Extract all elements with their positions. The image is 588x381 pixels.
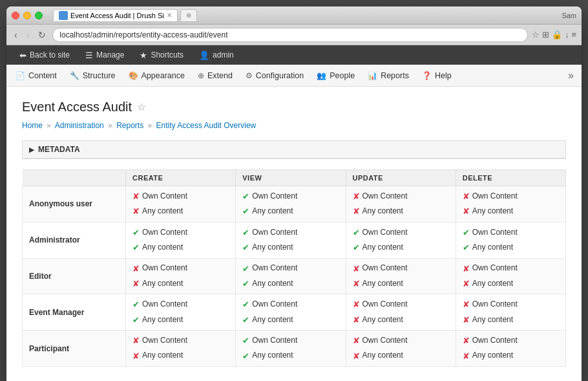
main-content: Event Access Audit ☆ Home » Administrati… [6, 87, 582, 381]
perm-line-any: ✔Any content [463, 240, 559, 255]
check-yes-icon: ✔ [463, 240, 470, 255]
perm-line-any: ✘Any content [463, 312, 559, 327]
any-label: Any content [362, 313, 403, 327]
breadcrumb-reports[interactable]: Reports [116, 121, 143, 130]
check-no-icon: ✘ [132, 204, 140, 219]
reports-icon: 📊 [368, 71, 377, 80]
nav-people[interactable]: 👥 People [310, 65, 361, 87]
admin-shortcuts-label: Shortcuts [151, 50, 184, 60]
any-label: Any content [142, 277, 183, 291]
check-yes-icon: ✔ [242, 333, 249, 348]
audit-table: CREATE VIEW UPDATE DELETE Anonymous user… [22, 169, 566, 367]
admin-manage[interactable]: ☰ Manage [78, 45, 132, 65]
perm-line-any: ✔Any content [242, 240, 339, 255]
nav-expand-btn[interactable]: » [563, 70, 579, 82]
perm-line-own: ✔Own Content [242, 297, 339, 312]
role-cell: Participant [23, 331, 126, 367]
inactive-tab[interactable]: ⊕ [180, 9, 197, 22]
url-icons: ☆ ⊞ 🔒 ↓ ≡ [532, 30, 576, 39]
admin-shortcuts[interactable]: ★ Shortcuts [132, 45, 191, 65]
tab-close-icon[interactable]: ✕ [167, 12, 172, 19]
back-button[interactable]: ‹ [12, 28, 20, 41]
refresh-button[interactable]: ↻ [36, 28, 48, 41]
any-label: Any content [472, 313, 513, 327]
any-label: Any content [252, 349, 293, 363]
check-no-icon: ✘ [132, 333, 140, 348]
perm-line-any: ✘Any content [132, 204, 229, 219]
nav-configuration[interactable]: ⚙ Configuration [239, 65, 310, 87]
admin-back-to-site[interactable]: ⬅ Back to site [12, 45, 78, 65]
check-yes-icon: ✔ [132, 312, 140, 327]
metadata-header[interactable]: ▶ METADATA [23, 141, 565, 158]
page-title-text: Event Access Audit [22, 100, 132, 114]
minimize-button[interactable] [23, 12, 31, 19]
perm-cell: ✔Own Content ✔Any content [236, 186, 346, 223]
maximize-button[interactable] [35, 12, 43, 19]
perm-line-own: ✔Own Content [242, 225, 339, 240]
download-icon[interactable]: ↓ [565, 30, 569, 39]
menu-icon[interactable]: ≡ [571, 30, 576, 39]
perm-cell: ✘Own Content ✘Any content [346, 186, 456, 223]
tab-favicon [59, 11, 68, 20]
perm-line-own: ✘Own Content [132, 333, 229, 348]
perm-cell: ✘Own Content ✘Any content [456, 294, 565, 331]
favorite-icon[interactable]: ☆ [137, 101, 146, 113]
check-no-icon: ✘ [463, 204, 470, 219]
bookmark-icon[interactable]: ☆ [532, 30, 540, 39]
nav-extend[interactable]: ⊕ Extend [191, 65, 239, 87]
nav-help[interactable]: ❓ Help [415, 65, 458, 87]
perm-line-any: ✔Any content [242, 349, 339, 364]
own-label: Own Content [472, 261, 518, 276]
page-title: Event Access Audit ☆ [22, 100, 566, 114]
perm-line-any: ✘Any content [353, 349, 449, 364]
nav-reports-label: Reports [381, 71, 409, 80]
window-user: Sam [562, 12, 576, 19]
own-label: Own Content [142, 226, 187, 240]
role-cell: Event Manager [23, 294, 126, 331]
role-cell: Anonymous user [23, 186, 126, 223]
check-no-icon: ✘ [463, 349, 470, 364]
star-icon: ★ [140, 50, 147, 60]
breadcrumb-entity[interactable]: Entity Access Audit Overview [156, 121, 257, 130]
check-no-icon: ✘ [463, 333, 470, 348]
own-label: Own Content [362, 190, 408, 204]
nav-appearance[interactable]: 🎨 Appearance [122, 65, 191, 87]
own-label: Own Content [362, 226, 408, 240]
any-label: Any content [142, 241, 183, 255]
perm-cell: ✔Own Content ✔Any content [236, 258, 346, 294]
reader-icon[interactable]: ⊞ [542, 30, 549, 39]
active-tab[interactable]: Event Access Audit | Drush Si ✕ [53, 9, 178, 22]
col-header-create: CREATE [126, 170, 236, 186]
perm-line-own: ✘Own Content [463, 189, 559, 204]
nav-content[interactable]: 📄 Content [9, 65, 63, 87]
perm-cell: ✘Own Content ✘Any content [126, 186, 236, 223]
breadcrumb-sep-2: » [108, 121, 112, 130]
own-label: Own Content [142, 261, 187, 276]
admin-user[interactable]: 👤 admin [191, 45, 242, 65]
breadcrumb-home[interactable]: Home [22, 121, 43, 130]
forward-button[interactable]: › [24, 28, 32, 41]
check-yes-icon: ✔ [353, 240, 360, 255]
any-label: Any content [362, 349, 403, 363]
own-label: Own Content [472, 298, 518, 312]
own-label: Own Content [252, 298, 297, 312]
own-label: Own Content [252, 226, 297, 240]
perm-cell: ✘Own Content ✘Any content [346, 258, 456, 294]
own-label: Own Content [252, 261, 297, 276]
perm-line-any: ✔Any content [353, 240, 449, 255]
nav-reports[interactable]: 📊 Reports [361, 65, 415, 87]
close-button[interactable] [12, 12, 19, 19]
check-no-icon: ✘ [132, 261, 140, 276]
table-row: Event Manager ✔Own Content ✔Any content … [23, 294, 566, 331]
nav-structure[interactable]: 🔧 Structure [63, 65, 122, 87]
perm-cell: ✘Own Content ✘Any content [126, 258, 236, 294]
perm-line-any: ✔Any content [132, 240, 229, 255]
check-no-icon: ✘ [132, 276, 140, 291]
url-input[interactable] [52, 28, 528, 42]
perm-line-own: ✘Own Content [353, 261, 449, 276]
breadcrumb-admin[interactable]: Administration [55, 121, 104, 130]
perm-cell: ✔Own Content ✔Any content [236, 331, 346, 367]
col-header-delete: DELETE [456, 170, 565, 186]
nav-appearance-label: Appearance [142, 71, 185, 80]
check-no-icon: ✘ [353, 261, 360, 276]
